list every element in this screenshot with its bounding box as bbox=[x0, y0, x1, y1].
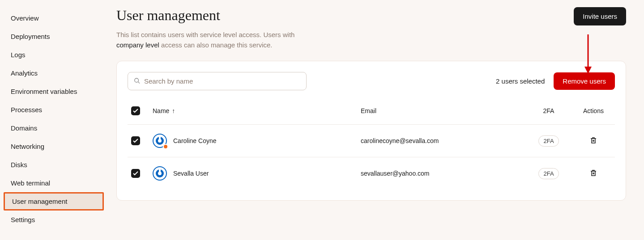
twofa-badge: 2FA bbox=[538, 168, 559, 179]
row-checkbox[interactable] bbox=[131, 169, 140, 178]
svg-point-1 bbox=[135, 78, 139, 82]
select-all-checkbox[interactable] bbox=[131, 106, 140, 115]
sidebar-item-deployments[interactable]: Deployments bbox=[0, 27, 107, 46]
sidebar-item-overview[interactable]: Overview bbox=[0, 9, 107, 27]
invite-users-button[interactable]: Invite users bbox=[574, 7, 626, 25]
column-header-2fa[interactable]: 2FA bbox=[522, 107, 576, 114]
user-email: sevallauser@yahoo.com bbox=[361, 170, 522, 177]
subtitle-text-before: This list contains users with service le… bbox=[116, 31, 294, 38]
column-name-label: Name bbox=[153, 107, 169, 114]
sidebar-item-domains[interactable]: Domains bbox=[0, 119, 107, 137]
toolbar: 2 users selected Remove users bbox=[128, 72, 615, 90]
user-name: Caroline Coyne bbox=[173, 137, 217, 144]
trash-icon bbox=[589, 136, 597, 144]
avatar-badge-icon bbox=[163, 144, 168, 149]
delete-user-button[interactable] bbox=[588, 167, 599, 180]
check-icon bbox=[133, 139, 138, 143]
sort-arrow-up-icon: ↑ bbox=[172, 107, 175, 114]
page-subtitle: This list contains users with service le… bbox=[116, 30, 304, 50]
company-level-link[interactable]: company level bbox=[116, 41, 159, 49]
check-icon bbox=[133, 109, 138, 113]
subtitle-text-after: access can also manage this service. bbox=[159, 41, 273, 49]
search-icon bbox=[134, 77, 140, 85]
sidebar-item-networking[interactable]: Networking bbox=[0, 137, 107, 156]
page-title: User management bbox=[116, 7, 220, 24]
users-card: 2 users selected Remove users Name ↑ Ema… bbox=[116, 61, 626, 201]
trash-icon bbox=[589, 169, 597, 177]
check-icon bbox=[133, 171, 138, 176]
search-wrapper bbox=[128, 72, 307, 90]
column-header-name[interactable]: Name ↑ bbox=[153, 107, 361, 114]
users-table: Name ↑ Email 2FA Actions bbox=[128, 97, 615, 189]
column-header-email[interactable]: Email bbox=[361, 107, 522, 114]
user-name: Sevalla User bbox=[173, 170, 209, 177]
remove-users-button[interactable]: Remove users bbox=[554, 72, 615, 90]
column-header-actions: Actions bbox=[576, 107, 611, 114]
selected-count-text: 2 users selected bbox=[496, 77, 545, 85]
avatar bbox=[153, 134, 167, 148]
delete-user-button[interactable] bbox=[588, 135, 599, 147]
svg-point-10 bbox=[158, 172, 162, 175]
sidebar: Overview Deployments Logs Analytics Envi… bbox=[0, 0, 107, 240]
user-email: carolinecoyne@sevalla.com bbox=[361, 137, 522, 144]
avatar-icon bbox=[153, 166, 167, 181]
sidebar-item-analytics[interactable]: Analytics bbox=[0, 64, 107, 82]
table-row: Sevalla User sevallauser@yahoo.com 2FA bbox=[128, 157, 615, 189]
arrow-annotation-icon bbox=[584, 34, 593, 75]
avatar bbox=[153, 166, 167, 181]
sidebar-item-processes[interactable]: Processes bbox=[0, 101, 107, 119]
twofa-badge: 2FA bbox=[538, 135, 559, 147]
main-content: User management Invite users This list c… bbox=[107, 0, 644, 240]
sidebar-item-disks[interactable]: Disks bbox=[0, 156, 107, 174]
search-input[interactable] bbox=[128, 72, 307, 90]
sidebar-item-settings[interactable]: Settings bbox=[0, 211, 107, 229]
sidebar-item-logs[interactable]: Logs bbox=[0, 46, 107, 64]
sidebar-item-web-terminal[interactable]: Web terminal bbox=[0, 174, 107, 192]
sidebar-item-environment-variables[interactable]: Environment variables bbox=[0, 82, 107, 101]
sidebar-item-user-management[interactable]: User management bbox=[4, 192, 104, 211]
svg-line-2 bbox=[138, 82, 140, 84]
row-checkbox[interactable] bbox=[131, 136, 140, 145]
svg-point-6 bbox=[158, 139, 162, 143]
table-row: Caroline Coyne carolinecoyne@sevalla.com… bbox=[128, 125, 615, 157]
table-header: Name ↑ Email 2FA Actions bbox=[128, 97, 615, 125]
